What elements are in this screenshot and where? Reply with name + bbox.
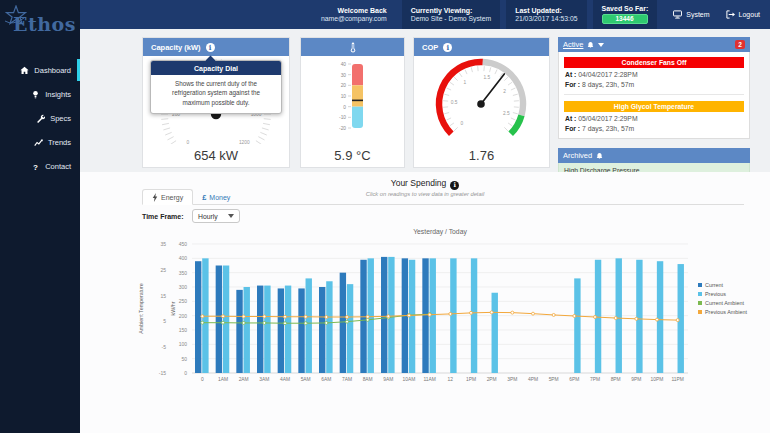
svg-text:-15: -15 (159, 370, 166, 376)
svg-text:-5: -5 (162, 344, 167, 350)
brand-logo: Ethos (0, 0, 80, 50)
alert-for-line: For : 8 days, 23h, 57m (565, 81, 744, 88)
cop-value: 1.76 (414, 148, 549, 163)
chevron-down-icon[interactable] (598, 43, 604, 47)
tab-energy[interactable]: Energy (142, 189, 193, 205)
thermometer-icon (349, 42, 357, 53)
svg-text:100: 100 (179, 341, 188, 347)
svg-text:2.5: 2.5 (503, 111, 510, 116)
currently-viewing-block: Currently Viewing: Demo Site - Demo Syst… (402, 0, 500, 29)
divider (564, 94, 744, 95)
spending-chart[interactable]: Yesterday / Today05010015020025030035040… (130, 224, 752, 390)
time-frame-select[interactable]: Hourly (192, 209, 240, 223)
tab-money[interactable]: £ Money (193, 189, 239, 205)
svg-text:250: 250 (179, 298, 188, 304)
svg-text:300: 300 (179, 284, 188, 290)
main-content: Capacity (kW) i 020040060080010001200 65… (80, 29, 770, 433)
welcome-label: Welcome Back (321, 7, 387, 14)
sidebar-item-dashboard[interactable]: Dashboard (0, 58, 80, 82)
capacity-card-header: Capacity (kW) i (143, 38, 289, 56)
svg-text:350: 350 (179, 270, 188, 276)
svg-text:150: 150 (179, 327, 188, 333)
svg-text:10AM: 10AM (403, 377, 416, 382)
sidebar-item-label: Specs (50, 114, 71, 123)
trend-line-icon (34, 138, 43, 147)
svg-text:9PM: 9PM (631, 377, 641, 382)
svg-text:-20: -20 (339, 126, 346, 131)
svg-text:0: 0 (343, 105, 346, 110)
capacity-value: 654 kW (143, 148, 289, 163)
svg-text:kW/hr: kW/hr (170, 301, 176, 315)
svg-text:8AM: 8AM (363, 377, 373, 382)
tooltip-title: Capacity Dial (151, 61, 281, 75)
welcome-block: Welcome Back name@company.com (312, 0, 396, 29)
svg-text:3PM: 3PM (507, 377, 517, 382)
svg-text:0: 0 (201, 377, 204, 382)
svg-text:5: 5 (163, 318, 166, 324)
alert-title-bar[interactable]: Condenser Fans Off (564, 57, 744, 68)
spending-section: Your Spendingi Click on readings to view… (80, 172, 770, 433)
svg-text:1PM: 1PM (466, 377, 476, 382)
active-alerts-header: Active 2 (558, 37, 750, 52)
cop-card-header: COP i (414, 38, 549, 56)
svg-text:400: 400 (179, 255, 188, 261)
info-icon[interactable]: i (206, 43, 215, 52)
chevron-down-icon (228, 214, 234, 218)
cop-card: COP i 00.511.522.5 1.76 (413, 37, 550, 168)
cop-title: COP (422, 43, 438, 52)
welcome-email: name@company.com (321, 15, 387, 22)
thermometer-gauge: 403020100-10-20 (301, 56, 404, 140)
sidebar-item-label: Dashboard (34, 66, 71, 75)
alert-at-line: At : 04/04/2017 2:28PM (565, 71, 744, 78)
saved-so-far-block: Saved So Far: 13446 (593, 0, 658, 29)
sidebar-item-label: Contact (45, 162, 71, 171)
logout-icon (726, 10, 735, 19)
sidebar-item-label: Trends (48, 138, 71, 147)
time-frame-label: Time Frame: (142, 213, 184, 220)
sidebar-item-specs[interactable]: Specs (0, 106, 80, 130)
svg-text:11PM: 11PM (671, 377, 683, 382)
question-icon: ? (31, 162, 40, 171)
logout-button[interactable]: Logout (726, 10, 760, 19)
svg-text:2AM: 2AM (239, 377, 249, 382)
alerts-panel: Active 2 Condenser Fans Off At : 04/04/2… (558, 37, 750, 178)
active-alerts-body: Condenser Fans Off At : 04/04/2017 2:28P… (558, 52, 750, 139)
bell-icon (596, 152, 603, 160)
svg-text:10: 10 (341, 94, 347, 99)
lightbulb-icon (31, 90, 40, 99)
capacity-title: Capacity (kW) (151, 43, 201, 52)
sidebar-item-insights[interactable]: Insights (0, 82, 80, 106)
info-icon[interactable]: i (443, 43, 452, 52)
svg-text:Current Ambient: Current Ambient (705, 300, 744, 306)
svg-text:1AM: 1AM (218, 377, 228, 382)
svg-text:6PM: 6PM (569, 377, 579, 382)
wrench-icon (36, 114, 45, 123)
svg-text:3AM: 3AM (259, 377, 269, 382)
svg-text:12: 12 (448, 377, 454, 382)
svg-text:8PM: 8PM (611, 377, 621, 382)
brand-name: Ethos (13, 13, 76, 35)
system-icon (673, 10, 682, 19)
sidebar-item-contact[interactable]: ? Contact (0, 154, 80, 178)
alert-title-bar[interactable]: High Glycol Temperature (564, 101, 744, 112)
svg-text:450: 450 (179, 241, 188, 247)
system-button[interactable]: System (673, 10, 709, 19)
svg-text:200: 200 (179, 313, 188, 319)
svg-text:1: 1 (463, 80, 466, 85)
pound-icon: £ (202, 193, 206, 202)
active-alerts-count: 2 (735, 40, 745, 49)
cop-gauge: 00.511.522.5 (414, 56, 549, 138)
svg-text:50: 50 (181, 356, 187, 362)
svg-text:25: 25 (160, 267, 166, 273)
svg-text:7AM: 7AM (342, 377, 352, 382)
info-icon[interactable]: i (450, 181, 459, 190)
active-alerts-toggle[interactable]: Active (563, 40, 583, 49)
svg-text:5AM: 5AM (301, 377, 311, 382)
svg-text:7PM: 7PM (590, 377, 600, 382)
sidebar-item-trends[interactable]: Trends (0, 130, 80, 154)
svg-text:6AM: 6AM (321, 377, 331, 382)
svg-text:1.5: 1.5 (483, 75, 490, 80)
svg-text:10PM: 10PM (651, 377, 664, 382)
spending-title: Your Spendingi (80, 178, 770, 190)
capacity-tooltip: Capacity Dial Shows the current duty of … (150, 60, 282, 114)
